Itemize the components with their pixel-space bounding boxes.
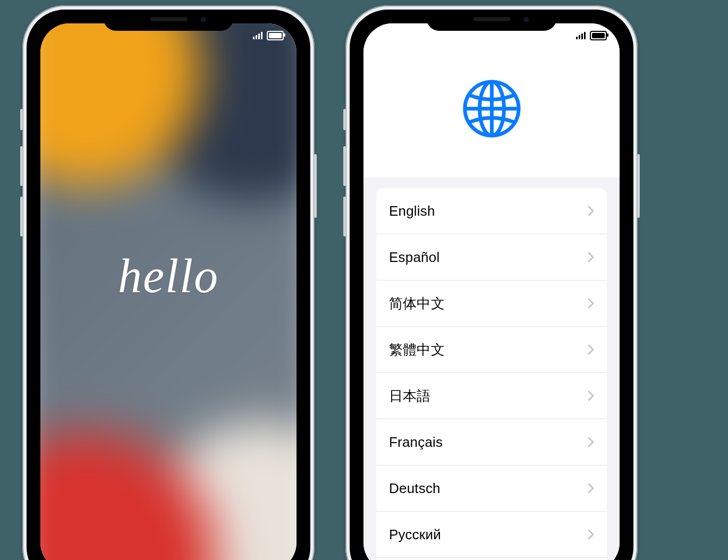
language-label: Русский [389,527,441,543]
language-label: 简体中文 [389,294,445,313]
language-row-francais[interactable]: Français [376,419,607,465]
volume-down-button [20,197,23,236]
phone-mockup-language: English Español 简体中文 繁體中文 [345,5,638,560]
language-label: Deutsch [389,480,441,497]
mute-switch [20,109,23,130]
chevron-right-icon [588,344,594,355]
language-select-screen: English Español 简体中文 繁體中文 [363,23,620,560]
language-header [363,23,620,177]
volume-down-button [343,197,346,236]
side-button [637,154,640,218]
phone-mockup-welcome: hello [22,5,315,560]
status-bar [253,31,284,40]
language-row-deutsch[interactable]: Deutsch [376,465,607,511]
chevron-right-icon [588,206,594,216]
chevron-right-icon [588,437,594,447]
language-label: 日本語 [389,387,431,405]
language-row-russian[interactable]: Русский [376,511,607,557]
battery-icon [267,31,284,40]
language-row-japanese[interactable]: 日本語 [376,372,607,419]
battery-icon [590,31,607,40]
language-row-simplified-chinese[interactable]: 简体中文 [376,280,607,326]
cellular-signal-icon [253,32,263,39]
volume-up-button [343,146,346,186]
display-notch [427,10,557,31]
status-bar [576,31,607,40]
language-row-espanol[interactable]: Español [376,234,607,280]
language-row-portugues[interactable]: Português [376,557,607,560]
chevron-right-icon [588,252,594,262]
cellular-signal-icon [576,32,586,39]
chevron-right-icon [588,391,594,401]
hello-greeting: hello [118,248,219,303]
welcome-screen[interactable]: hello [40,23,297,560]
language-list: English Español 简体中文 繁體中文 [376,188,607,560]
display-notch [104,10,234,31]
language-row-english[interactable]: English [376,188,607,234]
side-button [314,154,317,218]
language-label: Español [389,249,439,266]
language-row-traditional-chinese[interactable]: 繁體中文 [376,326,607,372]
chevron-right-icon [588,483,594,494]
language-label: Français [389,434,443,451]
chevron-right-icon [588,529,594,540]
language-label: English [389,203,435,219]
chevron-right-icon [588,298,594,309]
mute-switch [343,109,346,130]
language-label: 繁體中文 [389,341,445,359]
globe-icon [461,78,522,139]
volume-up-button [20,146,23,186]
